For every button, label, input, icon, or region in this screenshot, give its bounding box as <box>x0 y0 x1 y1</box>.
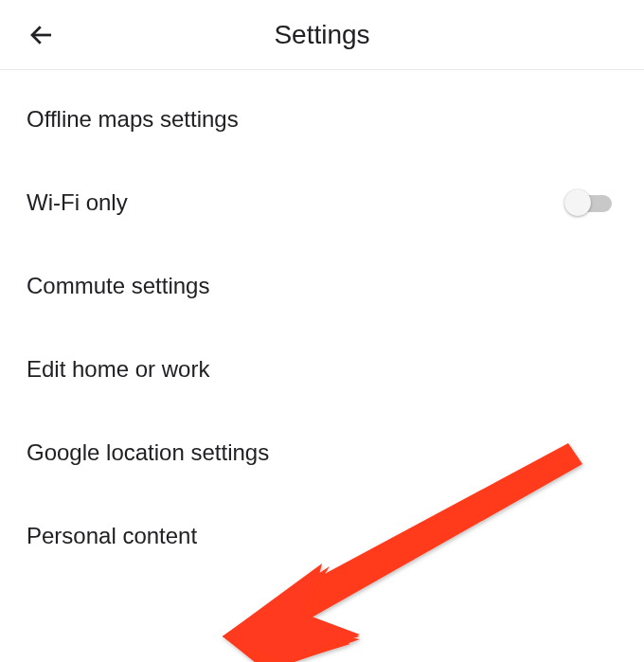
settings-item-label: Wi-Fi only <box>27 189 128 216</box>
settings-item-edit-home-work[interactable]: Edit home or work <box>0 328 644 411</box>
settings-item-offline-maps[interactable]: Offline maps settings <box>0 78 644 161</box>
settings-item-label: Edit home or work <box>27 356 209 383</box>
back-arrow-icon <box>27 21 56 49</box>
header: Settings <box>0 0 644 70</box>
settings-list: Offline maps settings Wi-Fi only Commute… <box>0 70 644 578</box>
settings-item-commute[interactable]: Commute settings <box>0 244 644 328</box>
svg-marker-3 <box>223 566 350 662</box>
settings-item-label: Commute settings <box>27 273 209 299</box>
toggle-thumb <box>564 189 591 216</box>
back-button[interactable] <box>19 12 64 58</box>
settings-item-personal-content[interactable]: Personal content <box>0 494 644 578</box>
wifi-only-toggle[interactable] <box>564 193 617 212</box>
settings-item-google-location[interactable]: Google location settings <box>0 411 644 494</box>
settings-item-label: Google location settings <box>27 439 269 466</box>
svg-marker-1 <box>223 564 360 662</box>
settings-item-label: Offline maps settings <box>27 106 239 133</box>
svg-marker-4 <box>223 568 360 661</box>
settings-item-wifi-only[interactable]: Wi-Fi only <box>0 161 644 244</box>
page-title: Settings <box>274 20 369 50</box>
svg-marker-2 <box>223 566 360 662</box>
settings-item-label: Personal content <box>27 523 197 549</box>
